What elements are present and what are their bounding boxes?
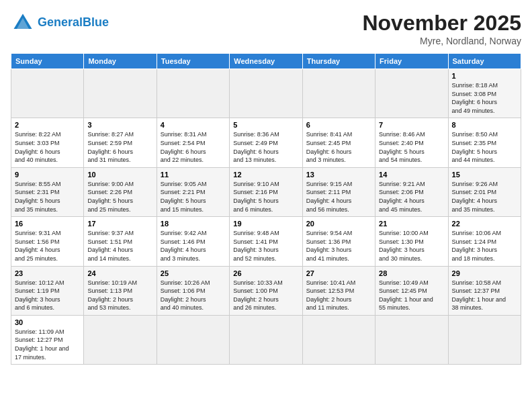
day-number: 7 xyxy=(379,121,444,129)
day-info: Sunrise: 10:06 AM Sunset: 1:24 PM Daylig… xyxy=(452,229,517,263)
calendar-cell: 17Sunrise: 9:37 AM Sunset: 1:51 PM Dayli… xyxy=(84,217,157,266)
day-number: 12 xyxy=(233,171,298,179)
location-title: Myre, Nordland, Norway xyxy=(362,36,521,46)
logo-blue: Blue xyxy=(83,15,109,29)
calendar-cell: 21Sunrise: 10:00 AM Sunset: 1:30 PM Dayl… xyxy=(375,217,448,266)
weekday-header: Monday xyxy=(84,54,157,69)
calendar-cell xyxy=(84,69,157,118)
weekday-header: Tuesday xyxy=(157,54,229,69)
day-number: 13 xyxy=(306,171,371,179)
logo-icon xyxy=(11,11,35,35)
day-info: Sunrise: 10:33 AM Sunset: 1:00 PM Daylig… xyxy=(233,279,298,312)
calendar-cell: 20Sunrise: 9:54 AM Sunset: 1:36 PM Dayli… xyxy=(302,217,375,266)
day-number: 16 xyxy=(15,220,80,228)
calendar-week-row: 23Sunrise: 10:12 AM Sunset: 1:19 PM Dayl… xyxy=(11,266,521,315)
day-number: 22 xyxy=(452,220,517,228)
calendar-cell xyxy=(157,69,229,118)
day-number: 5 xyxy=(233,121,298,129)
logo: GeneralBlue xyxy=(11,11,109,35)
calendar-cell: 28Sunrise: 10:49 AM Sunset: 12:45 PM Day… xyxy=(375,266,448,315)
calendar-cell xyxy=(230,315,302,364)
day-info: Sunrise: 10:12 AM Sunset: 1:19 PM Daylig… xyxy=(15,279,80,312)
calendar-week-row: 2Sunrise: 8:22 AM Sunset: 3:03 PM Daylig… xyxy=(11,118,521,167)
day-info: Sunrise: 10:00 AM Sunset: 1:30 PM Daylig… xyxy=(379,229,444,263)
day-info: Sunrise: 8:41 AM Sunset: 2:45 PM Dayligh… xyxy=(306,130,371,164)
calendar-week-row: 16Sunrise: 9:31 AM Sunset: 1:56 PM Dayli… xyxy=(11,217,521,266)
day-number: 25 xyxy=(161,269,226,277)
day-number: 9 xyxy=(15,171,80,179)
calendar-cell: 8Sunrise: 8:50 AM Sunset: 2:35 PM Daylig… xyxy=(448,118,521,167)
day-number: 23 xyxy=(15,269,80,277)
day-number: 3 xyxy=(87,121,152,129)
day-number: 24 xyxy=(87,269,152,277)
day-info: Sunrise: 11:09 AM Sunset: 12:27 PM Dayli… xyxy=(15,328,80,361)
calendar-cell xyxy=(84,315,157,364)
day-info: Sunrise: 9:00 AM Sunset: 2:26 PM Dayligh… xyxy=(87,180,152,214)
calendar-cell: 18Sunrise: 9:42 AM Sunset: 1:46 PM Dayli… xyxy=(157,217,229,266)
day-info: Sunrise: 8:31 AM Sunset: 2:54 PM Dayligh… xyxy=(161,130,226,164)
day-info: Sunrise: 9:54 AM Sunset: 1:36 PM Dayligh… xyxy=(306,229,371,263)
day-info: Sunrise: 8:22 AM Sunset: 3:03 PM Dayligh… xyxy=(15,130,80,164)
page-header: GeneralBlue November 2025 Myre, Nordland… xyxy=(11,11,521,46)
day-number: 14 xyxy=(379,171,444,179)
day-number: 26 xyxy=(233,269,298,277)
day-number: 19 xyxy=(233,220,298,228)
weekday-header: Sunday xyxy=(11,54,84,69)
day-info: Sunrise: 9:05 AM Sunset: 2:21 PM Dayligh… xyxy=(161,180,226,214)
day-info: Sunrise: 9:15 AM Sunset: 2:11 PM Dayligh… xyxy=(306,180,371,214)
calendar-week-row: 30Sunrise: 11:09 AM Sunset: 12:27 PM Day… xyxy=(11,315,521,364)
calendar-cell: 29Sunrise: 10:58 AM Sunset: 12:37 PM Day… xyxy=(448,266,521,315)
day-number: 17 xyxy=(87,220,152,228)
calendar-cell xyxy=(375,69,448,118)
weekday-header: Saturday xyxy=(448,54,521,69)
calendar-week-row: 1Sunrise: 8:18 AM Sunset: 3:08 PM Daylig… xyxy=(11,69,521,118)
weekday-header: Friday xyxy=(375,54,448,69)
day-info: Sunrise: 8:36 AM Sunset: 2:49 PM Dayligh… xyxy=(233,130,298,164)
calendar-cell: 12Sunrise: 9:10 AM Sunset: 2:16 PM Dayli… xyxy=(230,167,302,216)
calendar: SundayMondayTuesdayWednesdayThursdayFrid… xyxy=(11,53,521,365)
day-number: 6 xyxy=(306,121,371,129)
day-number: 1 xyxy=(452,72,517,80)
calendar-header-row: SundayMondayTuesdayWednesdayThursdayFrid… xyxy=(11,54,521,69)
calendar-cell: 30Sunrise: 11:09 AM Sunset: 12:27 PM Day… xyxy=(11,315,84,364)
day-number: 15 xyxy=(452,171,517,179)
day-number: 2 xyxy=(15,121,80,129)
calendar-cell: 24Sunrise: 10:19 AM Sunset: 1:13 PM Dayl… xyxy=(84,266,157,315)
calendar-cell: 6Sunrise: 8:41 AM Sunset: 2:45 PM Daylig… xyxy=(302,118,375,167)
month-title: November 2025 xyxy=(362,11,521,36)
day-info: Sunrise: 10:26 AM Sunset: 1:06 PM Daylig… xyxy=(161,279,226,312)
day-info: Sunrise: 9:48 AM Sunset: 1:41 PM Dayligh… xyxy=(233,229,298,263)
title-block: November 2025 Myre, Nordland, Norway xyxy=(362,11,521,46)
calendar-cell: 3Sunrise: 8:27 AM Sunset: 2:59 PM Daylig… xyxy=(84,118,157,167)
calendar-cell: 26Sunrise: 10:33 AM Sunset: 1:00 PM Dayl… xyxy=(230,266,302,315)
day-info: Sunrise: 10:58 AM Sunset: 12:37 PM Dayli… xyxy=(452,279,517,312)
day-info: Sunrise: 8:55 AM Sunset: 2:31 PM Dayligh… xyxy=(15,180,80,214)
calendar-cell xyxy=(157,315,229,364)
day-info: Sunrise: 9:10 AM Sunset: 2:16 PM Dayligh… xyxy=(233,180,298,214)
calendar-cell: 19Sunrise: 9:48 AM Sunset: 1:41 PM Dayli… xyxy=(230,217,302,266)
day-info: Sunrise: 9:42 AM Sunset: 1:46 PM Dayligh… xyxy=(161,229,226,263)
calendar-cell: 23Sunrise: 10:12 AM Sunset: 1:19 PM Dayl… xyxy=(11,266,84,315)
day-info: Sunrise: 10:49 AM Sunset: 12:45 PM Dayli… xyxy=(379,279,444,312)
calendar-week-row: 9Sunrise: 8:55 AM Sunset: 2:31 PM Daylig… xyxy=(11,167,521,216)
calendar-cell: 10Sunrise: 9:00 AM Sunset: 2:26 PM Dayli… xyxy=(84,167,157,216)
day-number: 27 xyxy=(306,269,371,277)
calendar-cell xyxy=(302,69,375,118)
day-info: Sunrise: 9:37 AM Sunset: 1:51 PM Dayligh… xyxy=(87,229,152,263)
calendar-cell: 14Sunrise: 9:21 AM Sunset: 2:06 PM Dayli… xyxy=(375,167,448,216)
calendar-cell: 4Sunrise: 8:31 AM Sunset: 2:54 PM Daylig… xyxy=(157,118,229,167)
day-info: Sunrise: 9:31 AM Sunset: 1:56 PM Dayligh… xyxy=(15,229,80,263)
day-info: Sunrise: 8:27 AM Sunset: 2:59 PM Dayligh… xyxy=(87,130,152,164)
day-info: Sunrise: 9:26 AM Sunset: 2:01 PM Dayligh… xyxy=(452,180,517,214)
weekday-header: Wednesday xyxy=(230,54,302,69)
day-info: Sunrise: 10:19 AM Sunset: 1:13 PM Daylig… xyxy=(87,279,152,312)
weekday-header: Thursday xyxy=(302,54,375,69)
day-number: 10 xyxy=(87,171,152,179)
calendar-cell: 13Sunrise: 9:15 AM Sunset: 2:11 PM Dayli… xyxy=(302,167,375,216)
day-number: 8 xyxy=(452,121,517,129)
day-number: 4 xyxy=(161,121,226,129)
calendar-cell: 2Sunrise: 8:22 AM Sunset: 3:03 PM Daylig… xyxy=(11,118,84,167)
calendar-cell: 5Sunrise: 8:36 AM Sunset: 2:49 PM Daylig… xyxy=(230,118,302,167)
calendar-cell: 25Sunrise: 10:26 AM Sunset: 1:06 PM Dayl… xyxy=(157,266,229,315)
calendar-cell: 1Sunrise: 8:18 AM Sunset: 3:08 PM Daylig… xyxy=(448,69,521,118)
